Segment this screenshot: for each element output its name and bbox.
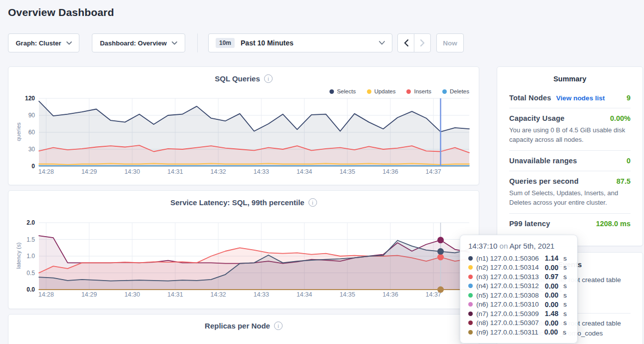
time-range-badge: 10m xyxy=(216,38,235,48)
y-tick-label: 1.5 xyxy=(26,236,35,243)
y-tick-label: 0 xyxy=(31,163,35,170)
replicas-chart-title: Replicas per Node xyxy=(205,322,270,330)
node-color-dot xyxy=(468,330,473,335)
tooltip-node-row: (n9) 127.0.0.1:503110.00s xyxy=(468,328,569,337)
p99-latency-value: 1208.0 ms xyxy=(596,220,631,228)
overview-dashboard-page: Overview Dashboard Graph: Cluster Dashbo… xyxy=(0,0,644,344)
capacity-usage-label: Capacity Usage xyxy=(509,114,565,122)
summary-panel: Summary Total Nodes View nodes list 9 Ca… xyxy=(497,66,643,246)
tooltip-timestamp: 14:37:10 on Apr 5th, 2021 xyxy=(468,242,569,250)
time-next-button[interactable] xyxy=(414,33,431,52)
unavailable-ranges-value: 0 xyxy=(627,157,631,165)
node-color-dot xyxy=(468,265,473,270)
summary-row-unavailable-ranges: Unavailable ranges 0 xyxy=(509,150,631,171)
info-icon[interactable]: i xyxy=(264,74,273,83)
node-color-dot xyxy=(468,302,473,307)
y-tick-label: 0.5 xyxy=(26,270,35,277)
legend-dot xyxy=(367,89,371,94)
now-button[interactable]: Now xyxy=(436,33,464,52)
y-tick-label: 30 xyxy=(28,146,35,153)
graph-selector-dropdown[interactable]: Graph: Cluster xyxy=(8,33,79,52)
x-tick-label: 14:31 xyxy=(167,168,183,175)
y-tick-label: 1.0 xyxy=(26,253,35,260)
legend-item-deletes: Deletes xyxy=(442,88,469,94)
legend-item-inserts: Inserts xyxy=(406,88,431,94)
x-tick-label: 14:31 xyxy=(167,291,183,298)
sql-queries-chart[interactable]: 14:2814:2914:3014:3114:3214:3314:3414:35… xyxy=(14,88,471,178)
time-range-selector[interactable]: 10m Past 10 Minutes xyxy=(208,33,392,52)
x-tick-label: 14:34 xyxy=(297,168,312,175)
info-icon[interactable]: i xyxy=(274,322,283,330)
summary-row-capacity: Capacity Usage 0.00% You are using 0 B o… xyxy=(509,108,631,150)
x-tick-label: 14:33 xyxy=(254,291,269,298)
node-color-dot xyxy=(468,321,473,325)
total-nodes-value: 9 xyxy=(627,94,631,102)
tooltip-node-row: (n2) 127.0.0.1:503140.00s xyxy=(468,263,569,273)
tooltip-node-row: (n5) 127.0.0.1:503080.00s xyxy=(468,291,569,300)
capacity-usage-value: 0.00% xyxy=(610,114,631,122)
qps-value: 87.5 xyxy=(617,177,631,185)
tooltip-node-row: (n6) 127.0.0.1:503100.00s xyxy=(468,300,569,310)
x-tick-label: 14:28 xyxy=(38,291,54,298)
legend-item-updates: Updates xyxy=(367,88,396,94)
chevron-right-icon xyxy=(420,39,425,46)
qps-description: Sum of Selects, Updates, Inserts, and De… xyxy=(509,188,631,207)
tooltip-rows: (n1) 127.0.0.1:503061.14s(n2) 127.0.0.1:… xyxy=(468,254,569,337)
graph-selector-label: Graph: Cluster xyxy=(15,39,61,47)
hover-dot-n1-127-0-0-1-50306 xyxy=(437,248,444,255)
x-tick-label: 14:35 xyxy=(339,291,355,298)
time-range-label: Past 10 Minutes xyxy=(241,39,294,47)
y-tick-label: 60 xyxy=(28,129,35,136)
legend-dot xyxy=(442,89,447,94)
dashboard-selector-dropdown[interactable]: Dashboard: Overview xyxy=(92,33,185,52)
toolbar-divider xyxy=(197,33,198,52)
sql-queries-legend: SelectsUpdatesInsertsDeletes xyxy=(250,88,469,94)
service-latency-chart-title: Service Latency: SQL, 99th percentile xyxy=(170,198,304,207)
x-tick-label: 14:28 xyxy=(38,168,54,175)
info-icon[interactable]: i xyxy=(309,198,317,207)
y-tick-label: 0.0 xyxy=(26,286,35,293)
x-tick-label: 14:36 xyxy=(382,168,398,175)
p99-latency-label: P99 latency xyxy=(509,220,550,228)
tooltip-node-row: (n1) 127.0.0.1:503061.14s xyxy=(468,254,569,263)
unavailable-ranges-label: Unavailable ranges xyxy=(509,157,577,165)
chart-hover-tooltip: 14:37:10 on Apr 5th, 2021 (n1) 127.0.0.1… xyxy=(460,235,578,344)
qps-label: Queries per second xyxy=(509,177,579,185)
node-color-dot xyxy=(468,312,473,316)
x-tick-label: 14:29 xyxy=(81,168,97,175)
view-nodes-list-link[interactable]: View nodes list xyxy=(556,94,605,102)
x-tick-label: 14:37 xyxy=(426,168,441,175)
service-latency-chart[interactable]: 14:2814:2914:3014:3114:3214:3314:3414:35… xyxy=(14,212,471,305)
time-nav-group xyxy=(397,33,431,52)
tooltip-node-row: (n8) 127.0.0.1:503070.00s xyxy=(468,319,569,328)
x-tick-label: 14:33 xyxy=(254,168,269,175)
page-title: Overview Dashboard xyxy=(8,6,114,18)
total-nodes-label: Total Nodes xyxy=(509,94,551,102)
x-tick-label: 14:36 xyxy=(382,291,398,298)
hover-dot-n3-127-0-0-1-50313 xyxy=(437,254,444,261)
chevron-down-icon xyxy=(172,41,177,45)
y-tick-label: 120 xyxy=(25,95,35,102)
node-color-dot xyxy=(468,293,473,298)
dashboard-selector-label: Dashboard: Overview xyxy=(100,39,167,47)
y-tick-label: 2.0 xyxy=(26,219,35,226)
hover-dot-n7-127-0-0-1-50309 xyxy=(437,237,444,243)
node-color-dot xyxy=(468,275,473,279)
legend-item-selects: Selects xyxy=(329,88,356,94)
x-tick-label: 14:29 xyxy=(81,291,97,298)
x-tick-label: 14:32 xyxy=(211,291,226,298)
node-color-dot xyxy=(468,284,473,288)
tooltip-node-row: (n7) 127.0.0.1:503091.48s xyxy=(468,309,569,319)
y-tick-label: 90 xyxy=(28,112,35,119)
chevron-down-icon xyxy=(379,41,385,45)
tooltip-date: Apr 5th, 2021 xyxy=(510,242,555,250)
hover-dot-n9-127-0-0-1-50311 xyxy=(437,287,444,293)
tooltip-node-row: (n4) 127.0.0.1:503120.00s xyxy=(468,282,569,291)
time-prev-button[interactable] xyxy=(397,33,414,52)
summary-row-total-nodes: Total Nodes View nodes list 9 xyxy=(509,88,631,108)
node-color-dot xyxy=(468,256,473,261)
tooltip-preposition: on xyxy=(500,242,508,250)
chevron-left-icon xyxy=(404,39,408,46)
x-tick-label: 14:34 xyxy=(297,291,312,298)
x-tick-label: 14:30 xyxy=(124,291,140,298)
